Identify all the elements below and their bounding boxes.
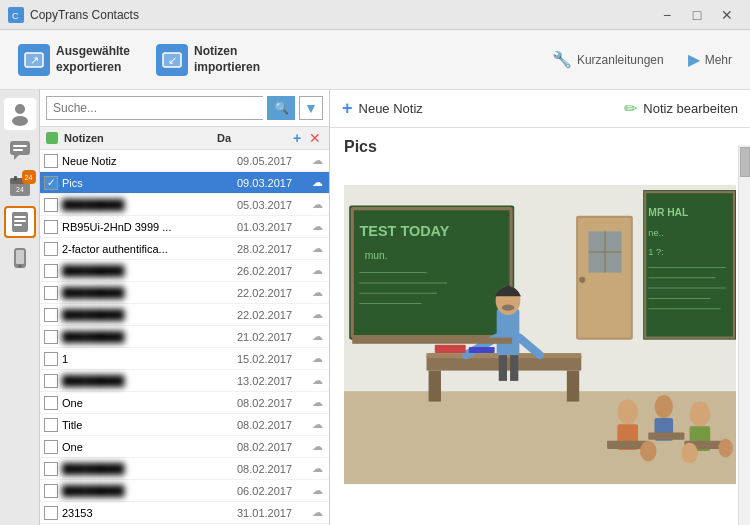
- note-date: 22.02.2017: [237, 309, 309, 321]
- list-item[interactable]: ████████21.02.2017☁: [40, 326, 329, 348]
- list-item[interactable]: ████████22.02.2017☁: [40, 282, 329, 304]
- note-date: 21.02.2017: [237, 331, 309, 343]
- list-item[interactable]: Neue Notiz09.05.2017☁: [40, 150, 329, 172]
- cloud-icon: ☁: [309, 462, 325, 475]
- note-checkbox[interactable]: [44, 374, 58, 388]
- list-item[interactable]: 115.02.2017☁: [40, 348, 329, 370]
- note-date: 22.02.2017: [237, 287, 309, 299]
- notes-list[interactable]: Neue Notiz09.05.2017☁Pics09.03.2017☁████…: [40, 150, 329, 525]
- note-checkbox[interactable]: [44, 220, 58, 234]
- note-checkbox[interactable]: [44, 396, 58, 410]
- titlebar: C CopyTrans Contacts − □ ✕: [0, 0, 750, 30]
- maximize-button[interactable]: □: [682, 0, 712, 30]
- list-item[interactable]: ████████22.02.2017☁: [40, 304, 329, 326]
- list-header-date: Da: [217, 132, 289, 144]
- note-checkbox[interactable]: [44, 308, 58, 322]
- svg-rect-61: [499, 355, 507, 381]
- add-note-btn[interactable]: +: [289, 130, 305, 146]
- note-date: 09.05.2017: [237, 155, 309, 167]
- svg-rect-16: [14, 176, 17, 181]
- right-scrollbar[interactable]: [738, 145, 750, 525]
- sidebar-item-chat[interactable]: [4, 134, 36, 166]
- note-checkbox[interactable]: [44, 440, 58, 454]
- svg-rect-75: [435, 345, 466, 353]
- list-item[interactable]: 2315331.01.2017☁: [40, 502, 329, 524]
- cloud-icon: ☁: [309, 506, 325, 519]
- import-button[interactable]: ↙ Notizenimportieren: [148, 40, 268, 80]
- list-item[interactable]: 2-factor authentifica...28.02.2017☁: [40, 238, 329, 260]
- list-item[interactable]: ████████13.02.2017☁: [40, 370, 329, 392]
- note-title: 2-factor authentifica...: [62, 243, 237, 255]
- more-button[interactable]: ▶ Mehr: [680, 46, 740, 73]
- svg-text:↗: ↗: [30, 54, 39, 66]
- note-checkbox[interactable]: [44, 462, 58, 476]
- export-button[interactable]: ↗ Ausgewählteexportieren: [10, 40, 138, 80]
- list-item[interactable]: Title08.02.2017☁: [40, 414, 329, 436]
- note-checkbox[interactable]: [44, 154, 58, 168]
- note-date: 08.02.2017: [237, 441, 309, 453]
- cloud-icon: ☁: [309, 154, 325, 167]
- sidebar-item-notes[interactable]: [4, 206, 36, 238]
- list-header: Notizen Da + ✕: [40, 127, 329, 150]
- list-item[interactable]: ████████08.02.2017☁: [40, 458, 329, 480]
- list-item[interactable]: ████████06.02.2017☁: [40, 480, 329, 502]
- note-title: Pics: [62, 177, 237, 189]
- note-date: 01.03.2017: [237, 221, 309, 233]
- note-title: ████████: [62, 331, 237, 343]
- note-checkbox[interactable]: [44, 286, 58, 300]
- search-button[interactable]: 🔍: [267, 96, 295, 120]
- svg-text:↙: ↙: [168, 54, 177, 66]
- scrollbar-thumb[interactable]: [740, 147, 750, 177]
- note-title: ████████: [62, 375, 237, 387]
- svg-rect-13: [13, 149, 23, 151]
- list-item[interactable]: ████████05.03.2017☁: [40, 194, 329, 216]
- cloud-icon: ☁: [309, 396, 325, 409]
- search-input[interactable]: [46, 96, 263, 120]
- cloud-icon: ☁: [309, 264, 325, 277]
- note-checkbox[interactable]: [44, 352, 58, 366]
- classroom-illustration: TEST TODAY mun.: [344, 166, 736, 503]
- list-item[interactable]: One08.02.2017☁: [40, 436, 329, 458]
- sidebar-item-person[interactable]: [4, 98, 36, 130]
- new-note-button[interactable]: + Neue Notiz: [342, 98, 423, 119]
- svg-rect-76: [469, 347, 495, 353]
- right-panel: + Neue Notiz ✏ Notiz bearbeiten Pics: [330, 90, 750, 525]
- export-label: Ausgewählteexportieren: [56, 44, 130, 75]
- note-checkbox[interactable]: [44, 506, 58, 520]
- shortcuts-button[interactable]: 🔧 Kurzanleitungen: [544, 46, 672, 73]
- list-header-actions: + ✕: [289, 130, 323, 146]
- new-note-label: Neue Notiz: [359, 101, 423, 116]
- note-checkbox[interactable]: [44, 242, 58, 256]
- minimize-button[interactable]: −: [652, 0, 682, 30]
- calendar-badge: 24: [22, 170, 36, 184]
- note-date: 08.02.2017: [237, 463, 309, 475]
- sidebar-item-calendar[interactable]: 24 24: [4, 170, 36, 202]
- svg-rect-10: [10, 141, 30, 155]
- close-button[interactable]: ✕: [712, 0, 742, 30]
- import-label: Notizenimportieren: [194, 44, 260, 75]
- svg-rect-24: [16, 250, 24, 264]
- list-item[interactable]: Pics09.03.2017☁: [40, 172, 329, 194]
- delete-note-btn[interactable]: ✕: [307, 130, 323, 146]
- note-checkbox[interactable]: [44, 176, 58, 190]
- search-bar: 🔍 ▼: [40, 90, 329, 127]
- filter-button[interactable]: ▼: [299, 96, 323, 120]
- sidebar-item-phone[interactable]: [4, 242, 36, 274]
- note-checkbox[interactable]: [44, 198, 58, 212]
- note-date: 28.02.2017: [237, 243, 309, 255]
- svg-text:1 ?:: 1 ?:: [648, 247, 663, 257]
- svg-point-8: [15, 104, 25, 114]
- svg-point-69: [690, 402, 711, 427]
- edit-note-label: Notiz bearbeiten: [643, 101, 738, 116]
- note-checkbox[interactable]: [44, 330, 58, 344]
- cloud-icon: ☁: [309, 286, 325, 299]
- list-item[interactable]: RB95Ui-2HnD 3999 ...01.03.2017☁: [40, 216, 329, 238]
- list-item[interactable]: ████████26.02.2017☁: [40, 260, 329, 282]
- note-checkbox[interactable]: [44, 484, 58, 498]
- svg-point-25: [18, 265, 21, 268]
- list-item[interactable]: One08.02.2017☁: [40, 392, 329, 414]
- note-checkbox[interactable]: [44, 264, 58, 278]
- note-checkbox[interactable]: [44, 418, 58, 432]
- note-date: 15.02.2017: [237, 353, 309, 365]
- edit-note-button[interactable]: ✏ Notiz bearbeiten: [624, 99, 738, 118]
